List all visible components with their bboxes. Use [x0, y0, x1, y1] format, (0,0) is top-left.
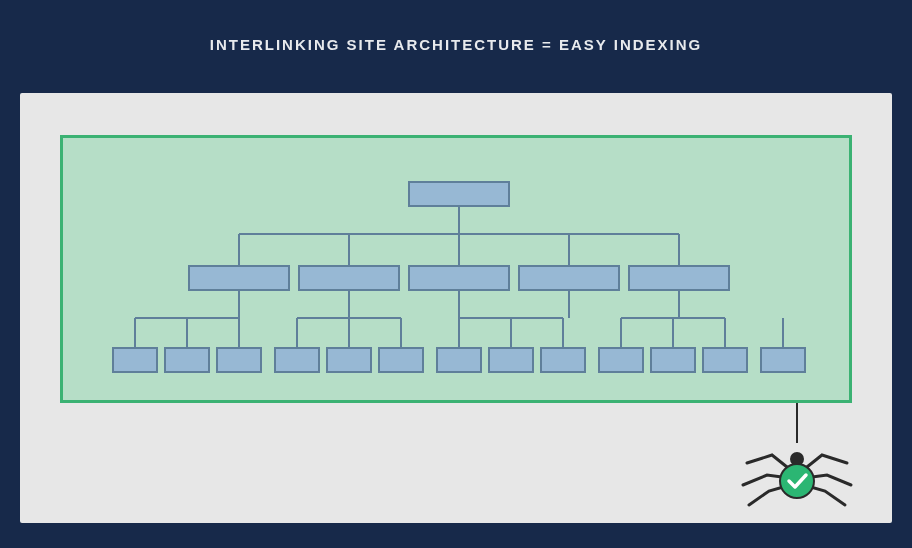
tree-node [327, 348, 371, 372]
tree-node [299, 266, 399, 290]
spider-body [767, 443, 827, 503]
tree-node [379, 348, 423, 372]
site-tree [63, 138, 855, 406]
tree-node [189, 266, 289, 290]
tree-node [519, 266, 619, 290]
crawler-spider [767, 403, 827, 503]
tree-node [541, 348, 585, 372]
tree-node [761, 348, 805, 372]
tree-node [599, 348, 643, 372]
tree-node [113, 348, 157, 372]
tree-node [703, 348, 747, 372]
svg-point-1 [780, 464, 814, 498]
tree-node [217, 348, 261, 372]
diagram-card [20, 93, 892, 523]
tree-node [651, 348, 695, 372]
tree-node [409, 182, 509, 206]
architecture-box [60, 135, 852, 403]
tree-node [165, 348, 209, 372]
diagram-title: INTERLINKING SITE ARCHITECTURE = EASY IN… [0, 0, 912, 53]
tree-node [275, 348, 319, 372]
tree-node [629, 266, 729, 290]
tree-node [409, 266, 509, 290]
tree-node [437, 348, 481, 372]
tree-node [489, 348, 533, 372]
